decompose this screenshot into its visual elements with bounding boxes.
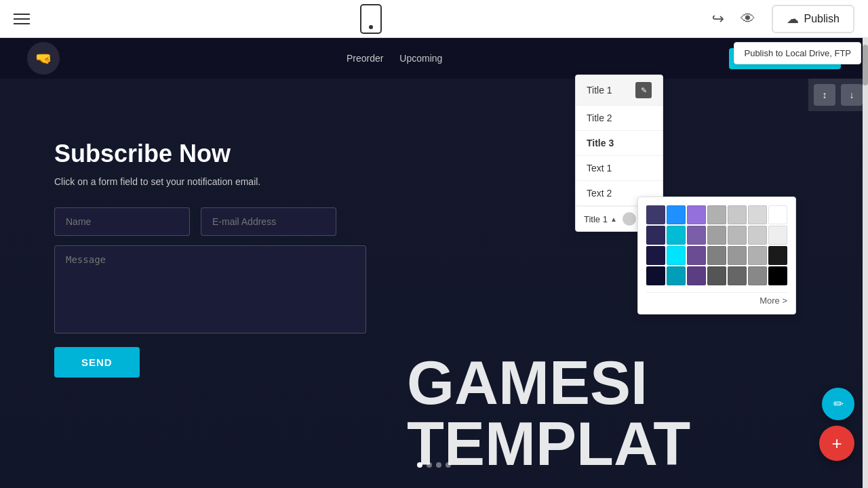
nav-link-upcoming[interactable]: Upcoming bbox=[399, 53, 442, 64]
subscribe-subtitle: Click on a form field to set your notifi… bbox=[54, 176, 868, 187]
dot-1[interactable] bbox=[417, 462, 422, 468]
send-button[interactable]: SEND bbox=[54, 347, 140, 378]
email-input[interactable] bbox=[201, 207, 336, 236]
color-swatch-10[interactable] bbox=[707, 226, 726, 245]
toolbar: ↩ 👁 ☁ Publish bbox=[0, 0, 868, 38]
color-swatch-22[interactable] bbox=[667, 266, 686, 285]
dropdown-item-text1[interactable]: Text 1 bbox=[576, 156, 663, 181]
dropdown-item-title2[interactable]: Title 2 bbox=[576, 106, 663, 131]
dropdown-item-title1[interactable]: Title 1 ✎ bbox=[576, 75, 663, 106]
message-textarea[interactable] bbox=[54, 245, 366, 333]
color-swatch-26[interactable] bbox=[748, 266, 767, 285]
add-icon: + bbox=[831, 433, 842, 454]
color-swatch-2[interactable] bbox=[687, 205, 706, 224]
color-swatch-3[interactable] bbox=[707, 205, 726, 224]
edit-icon: ✏ bbox=[833, 396, 844, 411]
color-swatch-20[interactable] bbox=[768, 246, 787, 265]
dropdown-item-label: Text 1 bbox=[587, 163, 612, 174]
publish-button[interactable]: ☁ Publish bbox=[772, 5, 854, 33]
fab-add-button[interactable]: + bbox=[819, 426, 854, 461]
color-swatch-1[interactable] bbox=[667, 205, 686, 224]
cloud-upload-icon: ☁ bbox=[787, 12, 799, 26]
color-swatch-19[interactable] bbox=[748, 246, 767, 265]
dropdown-item-label: Title 1 bbox=[587, 85, 612, 96]
color-picker-panel: More > bbox=[637, 197, 796, 314]
publish-label: Publish bbox=[804, 13, 840, 25]
page-dots bbox=[417, 462, 451, 468]
color-swatch-0[interactable] bbox=[646, 205, 665, 224]
color-swatch-27[interactable] bbox=[768, 266, 787, 285]
color-swatch-13[interactable] bbox=[768, 226, 787, 245]
publish-tooltip: Publish to Local Drive, FTP bbox=[734, 42, 861, 64]
dot-2[interactable] bbox=[427, 462, 432, 468]
color-swatch-8[interactable] bbox=[667, 226, 686, 245]
color-swatch-17[interactable] bbox=[707, 246, 726, 265]
color-swatch-18[interactable] bbox=[728, 246, 747, 265]
color-swatch-25[interactable] bbox=[728, 266, 747, 285]
color-swatch-5[interactable] bbox=[748, 205, 767, 224]
website-nav-links: Preorder Upcoming bbox=[347, 53, 443, 64]
color-swatch-21[interactable] bbox=[646, 266, 665, 285]
dropdown-item-label: Title 2 bbox=[587, 113, 612, 123]
subscribe-title: Subscribe Now bbox=[54, 140, 868, 168]
toolbar-right: ↩ 👁 ☁ Publish bbox=[712, 5, 854, 33]
color-swatch-23[interactable] bbox=[687, 266, 706, 285]
color-swatch-24[interactable] bbox=[707, 266, 726, 285]
color-swatch-14[interactable] bbox=[646, 246, 665, 265]
more-colors-link[interactable]: More > bbox=[646, 292, 787, 306]
scrollbar[interactable] bbox=[863, 38, 868, 488]
website-logo: 🤜 bbox=[27, 42, 60, 75]
sort-controls: ↕ ↓ bbox=[808, 79, 868, 111]
dropdown-item-label: Text 2 bbox=[587, 188, 612, 199]
sort-down-btn[interactable]: ↓ bbox=[841, 84, 863, 106]
color-swatch-9[interactable] bbox=[687, 226, 706, 245]
color-swatch-4[interactable] bbox=[728, 205, 747, 224]
circle-color-btn[interactable] bbox=[623, 212, 636, 226]
big-text-line2: TEMPLAT bbox=[407, 413, 868, 474]
color-swatch-12[interactable] bbox=[748, 226, 767, 245]
nav-link-preorder[interactable]: Preorder bbox=[347, 53, 383, 64]
color-swatch-16[interactable] bbox=[687, 246, 706, 265]
edit-title1-btn[interactable]: ✎ bbox=[635, 82, 652, 98]
scrollbar-thumb[interactable] bbox=[863, 45, 868, 85]
title1-bottom-label: Title 1 ▲ bbox=[584, 214, 617, 224]
color-swatch-6[interactable] bbox=[768, 205, 787, 224]
undo-icon[interactable]: ↩ bbox=[712, 10, 724, 28]
dropdown-item-label: Title 3 bbox=[587, 138, 614, 148]
color-swatch-11[interactable] bbox=[728, 226, 747, 245]
toolbar-left bbox=[14, 14, 30, 24]
logo-emoji: 🤜 bbox=[35, 50, 52, 66]
preview-icon[interactable]: 👁 bbox=[741, 10, 755, 28]
dot-4[interactable] bbox=[446, 462, 451, 468]
color-swatch-7[interactable] bbox=[646, 226, 665, 245]
mobile-preview-icon[interactable] bbox=[360, 4, 382, 34]
name-input[interactable] bbox=[54, 207, 190, 236]
menu-icon[interactable] bbox=[14, 14, 30, 24]
chevron-up-icon: ▲ bbox=[610, 216, 617, 223]
color-grid bbox=[646, 205, 787, 285]
dropdown-item-title3[interactable]: Title 3 bbox=[576, 131, 663, 156]
color-swatch-15[interactable] bbox=[667, 246, 686, 265]
tooltip-text: Publish to Local Drive, FTP bbox=[744, 48, 851, 58]
fab-edit-button[interactable]: ✏ bbox=[822, 388, 854, 420]
toolbar-center bbox=[360, 4, 382, 34]
dot-3[interactable] bbox=[436, 462, 441, 468]
sort-up-btn[interactable]: ↕ bbox=[814, 84, 835, 106]
